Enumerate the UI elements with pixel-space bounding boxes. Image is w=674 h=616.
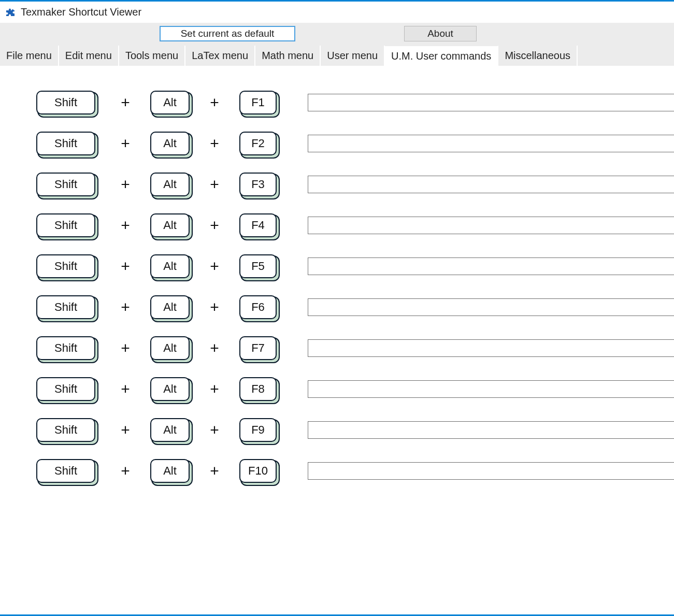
command-input[interactable] xyxy=(308,339,674,357)
key-alt: Alt xyxy=(150,418,190,442)
command-input[interactable] xyxy=(308,421,674,439)
key-alt: Alt xyxy=(150,459,190,483)
key-alt: Alt xyxy=(150,295,190,319)
key-f10: F10 xyxy=(239,459,277,483)
key-f1: F1 xyxy=(239,91,277,114)
plus-icon: + xyxy=(112,339,139,357)
key-f2: F2 xyxy=(239,132,277,155)
tab-miscellaneous[interactable]: Miscellaneous xyxy=(498,46,578,66)
key-alt: Alt xyxy=(150,173,190,196)
key-f6: F6 xyxy=(239,295,277,319)
key-shift: Shift xyxy=(36,213,95,237)
key-f4: F4 xyxy=(239,213,277,237)
key-shift: Shift xyxy=(36,459,95,483)
plus-icon: + xyxy=(112,176,139,193)
tab-edit-menu[interactable]: Edit menu xyxy=(59,46,119,66)
plus-icon: + xyxy=(201,94,228,111)
key-f5: F5 xyxy=(239,254,277,278)
plus-icon: + xyxy=(201,217,228,234)
plus-icon: + xyxy=(112,421,139,439)
plus-icon: + xyxy=(112,462,139,480)
shortcut-list: Shift+Alt+F1Shift+Alt+F2Shift+Alt+F3Shif… xyxy=(0,66,674,491)
plus-icon: + xyxy=(201,462,228,480)
shortcut-row: Shift+Alt+F1 xyxy=(0,82,674,123)
key-alt: Alt xyxy=(150,254,190,278)
key-shift: Shift xyxy=(36,254,95,278)
tab-latex-menu[interactable]: LaTex menu xyxy=(185,46,255,66)
plus-icon: + xyxy=(201,421,228,439)
tab-u-m-user-commands[interactable]: U.M. User commands xyxy=(385,46,498,66)
shortcut-row: Shift+Alt+F7 xyxy=(0,327,674,368)
plus-icon: + xyxy=(112,217,139,234)
key-shift: Shift xyxy=(36,132,95,155)
shortcut-row: Shift+Alt+F2 xyxy=(0,123,674,164)
shortcut-row: Shift+Alt+F5 xyxy=(0,246,674,286)
plus-icon: + xyxy=(112,380,139,398)
plus-icon: + xyxy=(201,380,228,398)
key-shift: Shift xyxy=(36,91,95,114)
key-f3: F3 xyxy=(239,173,277,196)
command-input[interactable] xyxy=(308,176,674,193)
key-alt: Alt xyxy=(150,91,190,114)
command-input[interactable] xyxy=(308,94,674,111)
shortcut-row: Shift+Alt+F9 xyxy=(0,409,674,450)
tab-file-menu[interactable]: File menu xyxy=(0,46,59,66)
plus-icon: + xyxy=(201,176,228,193)
tab-bar: File menuEdit menuTools menuLaTex menuMa… xyxy=(0,46,674,66)
shortcut-row: Shift+Alt+F10 xyxy=(0,450,674,491)
puzzle-icon xyxy=(4,5,17,20)
plus-icon: + xyxy=(112,298,139,316)
key-shift: Shift xyxy=(36,336,95,360)
plus-icon: + xyxy=(201,135,228,152)
key-alt: Alt xyxy=(150,377,190,401)
command-input[interactable] xyxy=(308,217,674,234)
shortcut-row: Shift+Alt+F4 xyxy=(0,205,674,246)
key-alt: Alt xyxy=(150,132,190,155)
plus-icon: + xyxy=(112,135,139,152)
window-title: Texmaker Shortcut Viewer xyxy=(21,6,141,18)
plus-icon: + xyxy=(201,298,228,316)
titlebar: Texmaker Shortcut Viewer xyxy=(0,0,674,23)
about-button[interactable]: About xyxy=(404,26,477,41)
shortcut-row: Shift+Alt+F3 xyxy=(0,164,674,205)
key-alt: Alt xyxy=(150,213,190,237)
key-shift: Shift xyxy=(36,418,95,442)
key-shift: Shift xyxy=(36,377,95,401)
plus-icon: + xyxy=(201,339,228,357)
plus-icon: + xyxy=(201,257,228,275)
toolbar: Set current as default About xyxy=(0,23,674,46)
tab-math-menu[interactable]: Math menu xyxy=(255,46,321,66)
command-input[interactable] xyxy=(308,257,674,275)
tab-user-menu[interactable]: User menu xyxy=(321,46,385,66)
command-input[interactable] xyxy=(308,135,674,152)
key-f9: F9 xyxy=(239,418,277,442)
key-shift: Shift xyxy=(36,295,95,319)
plus-icon: + xyxy=(112,257,139,275)
command-input[interactable] xyxy=(308,462,674,480)
plus-icon: + xyxy=(112,94,139,111)
shortcut-row: Shift+Alt+F6 xyxy=(0,286,674,327)
key-shift: Shift xyxy=(36,173,95,196)
key-f7: F7 xyxy=(239,336,277,360)
command-input[interactable] xyxy=(308,380,674,398)
key-alt: Alt xyxy=(150,336,190,360)
shortcut-row: Shift+Alt+F8 xyxy=(0,368,674,409)
key-f8: F8 xyxy=(239,377,277,401)
set-default-button[interactable]: Set current as default xyxy=(160,26,295,41)
command-input[interactable] xyxy=(308,298,674,316)
tab-tools-menu[interactable]: Tools menu xyxy=(119,46,185,66)
